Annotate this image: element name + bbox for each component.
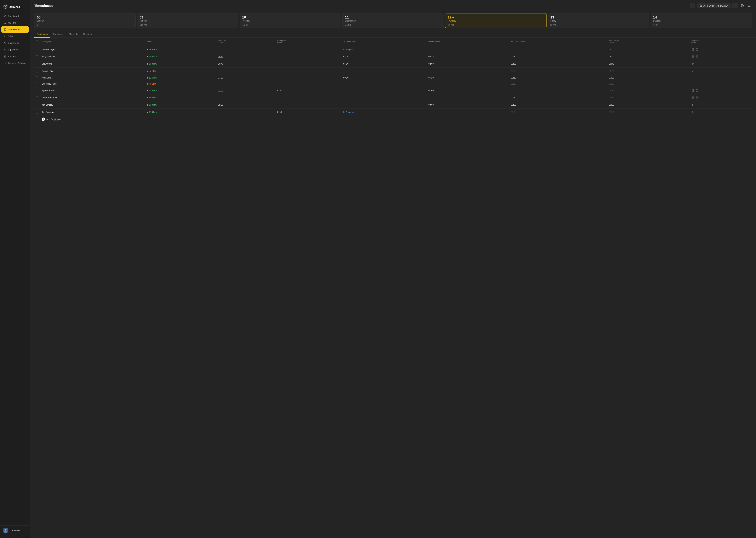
southgate-hrs <box>276 53 342 60</box>
break-time: 00:00 <box>509 81 608 87</box>
row-checkbox[interactable] <box>36 77 38 79</box>
sidebar-item-jobs[interactable]: Jobs <box>1 33 29 39</box>
tab-equipment[interactable]: Equipment <box>50 31 66 38</box>
col-images-notes: Images &Notes <box>690 38 752 46</box>
tab-materials[interactable]: Materials <box>66 31 80 38</box>
images-notes <box>690 75 752 81</box>
note-icon[interactable] <box>695 110 699 114</box>
svg-rect-23 <box>696 56 698 58</box>
image-icon[interactable] <box>691 110 695 114</box>
image-icon[interactable] <box>691 48 695 51</box>
image-icon[interactable] <box>691 96 695 99</box>
image-icon[interactable] <box>691 103 695 107</box>
prev-week-button[interactable]: ← <box>690 3 695 8</box>
home-icon <box>3 15 6 18</box>
equipment-icon <box>3 48 6 51</box>
row-checkbox[interactable] <box>36 82 38 85</box>
user-name: Colin Miller <box>10 529 20 532</box>
row-checkbox[interactable] <box>36 89 38 92</box>
tab-receipts[interactable]: Receipts <box>80 31 94 38</box>
pinehull-hrs <box>342 94 427 101</box>
row-checkbox[interactable] <box>36 55 38 58</box>
next-week-button[interactable]: → <box>732 3 738 8</box>
break-time: 00:10 <box>509 75 608 81</box>
day-card-11[interactable]: 11 Wednesday 9.5 hrs <box>342 13 444 28</box>
total-hrs[interactable]: 07:30 <box>217 75 276 81</box>
row-checkbox[interactable] <box>36 96 38 99</box>
row-checkbox[interactable] <box>36 111 38 114</box>
payable-hrs: 00:00 <box>608 81 690 87</box>
day-card-10[interactable]: 10 Tuesday 4.5 hrs <box>240 13 341 28</box>
employee-name: Carlos Craigey <box>40 46 146 53</box>
employee-name: Kyle Morrison <box>40 87 146 94</box>
svg-rect-39 <box>696 97 698 99</box>
total-hrs[interactable]: 08:30 <box>217 53 276 60</box>
total-hrs[interactable]: 06:40 <box>217 60 276 68</box>
day-hours: 6.5 hrs <box>448 24 544 26</box>
note-icon[interactable] <box>695 88 699 92</box>
add-employee-label: Add Employee <box>46 118 61 121</box>
southgate-hrs <box>276 94 342 101</box>
table-row: Derek MacDonal No Shift 00:30 03:20 <box>34 94 752 101</box>
row-checkbox[interactable] <box>36 48 38 51</box>
employee-status: 08:30am <box>146 87 217 94</box>
note-icon[interactable] <box>695 55 699 59</box>
image-icon[interactable] <box>691 88 695 92</box>
row-checkbox[interactable] <box>36 104 38 106</box>
date-range-button[interactable]: Jul 8, 2024 – Jul 14, 2024 <box>697 3 731 8</box>
sidebar-item-timesheets[interactable]: Timesheets <box>1 26 29 32</box>
day-card-14[interactable]: 14 Saturday xx hrs <box>651 13 752 28</box>
southgate-hrs <box>276 68 342 75</box>
table-row: Joey Morrison 07:00am 08:30 03:15 05:15 … <box>34 53 752 60</box>
day-card-08[interactable]: 08 Sunday 8.5 <box>34 13 136 28</box>
break-time: 00:30 <box>509 53 608 60</box>
day-hours: 8.5 <box>37 24 133 26</box>
svg-point-38 <box>692 97 693 97</box>
table-row: Kyle Morrison 08:30am 02:45 01:45 01:00 … <box>34 87 752 94</box>
day-card-09[interactable]: 09 Monday 12.5 hrs <box>137 13 238 28</box>
employee-status: 07:00am <box>146 101 217 109</box>
logo-icon <box>3 4 8 9</box>
sidebar-item-label: Equipment <box>8 48 19 51</box>
table-header: Employees Status Total HrsOn Site Southg… <box>34 38 752 46</box>
sidebar-item-employees[interactable]: Employees <box>1 40 29 46</box>
note-icon[interactable] <box>691 62 695 66</box>
col-check <box>34 38 40 46</box>
menu-button[interactable] <box>747 3 752 8</box>
payable-hrs: 08:00 <box>608 46 690 53</box>
sidebar-item-my-time[interactable]: My Time <box>1 20 29 26</box>
svg-point-7 <box>5 63 5 63</box>
print-button[interactable] <box>739 3 745 8</box>
total-hrs[interactable]: 02:45 <box>217 87 276 94</box>
sidebar-item-equipment[interactable]: Equipment <box>1 46 29 53</box>
row-checkbox[interactable] <box>36 70 38 73</box>
add-employee-button[interactable]: + Add Employee <box>42 118 61 121</box>
row-checkbox[interactable] <box>36 63 38 65</box>
break-time: 00:00 <box>509 46 608 53</box>
note-icon[interactable] <box>695 48 699 51</box>
svg-rect-11 <box>700 5 702 6</box>
total-hrs[interactable]: 08:30 <box>217 101 276 109</box>
table-row: Orlando Diggs No Shift 00:00 00:00 <box>34 68 752 75</box>
sidebar-item-dashboard[interactable]: Dashboard <box>1 13 29 19</box>
note-icon[interactable] <box>691 69 695 73</box>
tab-employees[interactable]: Employees <box>34 31 50 38</box>
sidebar-item-company-settings[interactable]: Company Settings <box>1 60 29 66</box>
image-icon[interactable] <box>691 55 695 59</box>
select-all-checkbox[interactable] <box>36 40 38 43</box>
svg-point-4 <box>4 42 5 43</box>
day-card-13[interactable]: 13 Friday xx hrs <box>548 13 649 28</box>
employee-name: Drew Cano <box>40 60 146 68</box>
images-notes <box>690 60 752 68</box>
sidebar-item-label: My Time <box>8 22 16 24</box>
west-bedford-hrs <box>427 68 509 75</box>
pinehull-hrs: In Progress <box>342 46 427 53</box>
employees-table: Employees Status Total HrsOn Site Southg… <box>34 38 752 123</box>
employee-name: Orlando Diggs <box>40 68 146 75</box>
payable-hrs: 08:00 <box>608 53 690 60</box>
sidebar-nav: Dashboard My Time Timesheets Jobs Employ… <box>0 13 30 525</box>
payable-hrs: 07:20 <box>608 75 690 81</box>
day-card-12[interactable]: 12 Thursday 6.5 hrs <box>445 13 546 28</box>
note-icon[interactable] <box>695 96 699 99</box>
sidebar-item-reports[interactable]: Reports <box>1 53 29 60</box>
